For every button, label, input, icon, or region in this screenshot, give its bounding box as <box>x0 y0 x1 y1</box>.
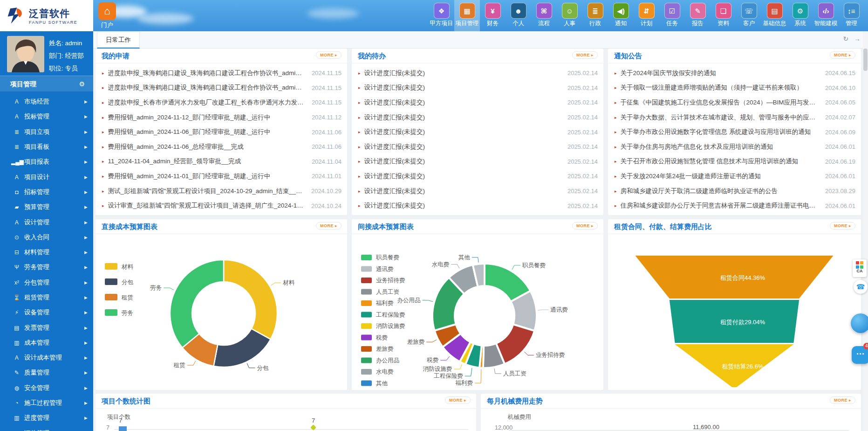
more-button[interactable]: MORE ▸ <box>572 51 598 59</box>
arrow-out-icon[interactable]: → <box>854 35 861 42</box>
nav-item-5[interactable]: ⌘流程 <box>531 0 557 31</box>
legend-swatch[interactable] <box>361 323 372 329</box>
list-item[interactable]: ▸关于发放2024年第24批一级建造师注册证书的通知2024.06.01 <box>615 169 855 184</box>
list-item[interactable]: ▸关于举办大数据、云计算技术在城市建设、规划、管理与服务中的应用培训班...20… <box>615 110 855 125</box>
legend-label[interactable]: 税费 <box>376 334 388 341</box>
legend-label[interactable]: 差旅费 <box>376 346 394 352</box>
more-button[interactable]: MORE ▸ <box>830 222 855 229</box>
sidebar-item-23[interactable]: ▯证件管理▶ <box>0 426 93 431</box>
sidebar-item-16[interactable]: ▤发票管理▶ <box>0 320 93 335</box>
more-button[interactable]: MORE ▸ <box>316 51 342 59</box>
legend-label[interactable]: 其他 <box>376 380 388 387</box>
more-button[interactable]: MORE ▸ <box>830 396 855 404</box>
sidebar-item-2[interactable]: A投标管理▶ <box>0 109 93 124</box>
sidebar-item-3[interactable]: ≣项目立项▶ <box>0 125 93 139</box>
list-item[interactable]: ▸于征集《中国建筑施工行业信息化发展报告（2024）—BIM应用与发展》材料..… <box>615 95 855 110</box>
list-item[interactable]: ▸设计进度汇报(未提交)2025.02.14 <box>358 198 598 213</box>
sidebar-item-4[interactable]: ≣项目看板▶ <box>0 139 93 154</box>
sidebar-item-12[interactable]: Ψ劳务管理▶ <box>0 260 93 275</box>
sidebar-item-19[interactable]: ✎质量管理▶ <box>0 365 93 380</box>
list-item[interactable]: ▸设计进度汇报(未提交)2025.02.14 <box>358 154 598 169</box>
legend-label[interactable]: 人员工资 <box>376 289 400 295</box>
scrollbar-thumb[interactable] <box>863 49 868 71</box>
list-item[interactable]: ▸房和城乡建设厅关于取消二级建造师临时执业证书的公告2023.08.29 <box>615 184 855 199</box>
sidebar-item-8[interactable]: ▰预算管理▶ <box>0 200 93 215</box>
refresh-icon[interactable]: ↻ <box>843 35 848 42</box>
legend-label[interactable]: 材料 <box>121 264 134 270</box>
legend-label[interactable]: 通讯费 <box>376 266 394 272</box>
list-item[interactable]: ▸设计进度汇报(未提交)2025.02.14 <box>358 125 598 139</box>
sidebar-item-5[interactable]: ▂▄▆项目报表▶ <box>0 154 93 169</box>
sidebar-item-18[interactable]: A设计成本管理▶ <box>0 350 93 365</box>
legend-label[interactable]: 福利费 <box>376 300 394 306</box>
sidebar-item-11[interactable]: ⊟材料管理▶ <box>0 245 93 260</box>
nav-item-17[interactable]: ↕≡管理 <box>839 0 864 31</box>
legend-swatch[interactable] <box>361 300 372 306</box>
floating-ca-widget[interactable]: CA <box>853 259 867 277</box>
legend-swatch[interactable] <box>105 309 117 316</box>
legend-label[interactable]: 水电费 <box>376 368 394 375</box>
sidebar-item-10[interactable]: ⊙收入合同▶ <box>0 230 93 245</box>
sidebar-item-15[interactable]: ⚡设备管理▶ <box>0 305 93 320</box>
nav-item-12[interactable]: ❏资料 <box>711 0 736 31</box>
nav-item-6[interactable]: ☺人事 <box>557 0 582 31</box>
list-item[interactable]: ▸设计进度汇报(未提交)2025.02.14 <box>358 110 598 125</box>
list-item[interactable]: ▸测试_彭祖新城"四馆"景观工程设计项目_2024-10-29_admin_结束… <box>102 184 342 199</box>
list-item[interactable]: ▸设计进度汇报(未提交)2025.02.14 <box>358 81 598 96</box>
more-button[interactable]: MORE ▸ <box>572 222 598 229</box>
nav-item-7[interactable]: ≣行政 <box>582 0 608 31</box>
list-item[interactable]: ▸关于领取一级注册建造师增项贴的通知（须持一建证书前来领取）2024.06.10 <box>615 81 855 96</box>
sidebar-item-21[interactable]: ◔施工过程管理▶ <box>0 396 93 410</box>
legend-swatch[interactable] <box>361 266 372 272</box>
legend-swatch[interactable] <box>361 381 372 386</box>
list-item[interactable]: ▸设计进度汇报(未提交)2025.02.14 <box>358 169 598 184</box>
legend-label[interactable]: 办公用品 <box>376 357 399 364</box>
list-item[interactable]: ▸费用报销_admin_2024-11-01_部门经理审批_胡建,_运行中202… <box>102 169 342 184</box>
list-item[interactable]: ▸关于举办市政公用设施数字化管理信息 系统建设与应用培训班的通知2024.06.… <box>615 125 855 139</box>
list-item[interactable]: ▸关于召开市政公用设施智慧化管理 信息技术与应用培训班的通知2024.06.19 <box>615 154 855 169</box>
chat-service-button[interactable]: ··· 45 <box>852 346 868 364</box>
nav-item-14[interactable]: ▤基础信息 <box>762 0 787 31</box>
legend-label[interactable]: 业务招待费 <box>376 277 405 284</box>
list-item[interactable]: ▸设计进度汇报(未提交)2025.02.14 <box>358 66 598 81</box>
legend-swatch[interactable] <box>361 289 372 295</box>
list-item[interactable]: ▸进度款申报_珠海鹤港口建设_珠海鹤港口建设工程合作协议书_admin_...2… <box>102 81 342 96</box>
phone-service-button[interactable]: ☎ <box>854 280 868 294</box>
nav-item-portal[interactable]: ⌂ 门户 <box>95 2 119 29</box>
legend-swatch[interactable] <box>361 335 372 341</box>
legend-swatch[interactable] <box>361 346 372 352</box>
legend-label[interactable]: 劳务 <box>122 310 133 316</box>
list-item[interactable]: ▸费用报销_admin_2024-11-06_部门经理审批_胡建,_运行中202… <box>102 125 342 139</box>
more-button[interactable]: MORE ▸ <box>830 51 855 59</box>
list-item[interactable]: ▸设计进度汇报(未提交)2025.02.14 <box>358 184 598 199</box>
nav-item-11[interactable]: ✎报告 <box>685 0 711 31</box>
sidebar-item-20[interactable]: ◍安全管理▶ <box>0 381 93 396</box>
nav-item-13[interactable]: ☏客户 <box>736 0 762 31</box>
legend-label[interactable]: 分包 <box>122 279 134 285</box>
gear-icon[interactable]: ⚙ <box>79 76 85 92</box>
sidebar-item-7[interactable]: ◘招标管理▶ <box>0 185 93 200</box>
list-item[interactable]: ▸费用报销_admin_2024-11-06_总经理审批__完成2024.11.… <box>102 139 342 154</box>
list-item[interactable]: ▸关于举办住房与房地产信息化 技术及应用培训班的通知2024.06.01 <box>615 139 855 154</box>
list-item[interactable]: ▸进度款申报_长春市伊通河水力发电厂改建工程_长春市伊通河水力发电...2024… <box>102 95 342 110</box>
list-item[interactable]: ▸关于2024年国庆节放假安排的通知2024.06.15 <box>615 66 855 81</box>
legend-swatch[interactable] <box>361 369 372 375</box>
sidebar-item-22[interactable]: ▥进度管理▶ <box>0 410 93 425</box>
legend-swatch[interactable] <box>105 278 117 285</box>
list-item[interactable]: ▸设计进度汇报(未提交)2025.02.14 <box>358 95 598 110</box>
legend-swatch[interactable] <box>105 263 117 270</box>
sidebar-item-14[interactable]: ⌛租赁管理▶ <box>0 290 93 305</box>
more-button[interactable]: MORE ▸ <box>316 222 342 229</box>
list-item[interactable]: ▸11_2024-11-04_admin_经营部_领导审批__完成2024.11… <box>102 154 342 169</box>
legend-label[interactable]: 租赁 <box>121 294 133 301</box>
sidebar-item-13[interactable]: x²分包管理▶ <box>0 275 93 290</box>
nav-item-1[interactable]: ❖甲方项目 <box>429 0 454 31</box>
legend-swatch[interactable] <box>361 312 372 318</box>
more-button[interactable]: MORE ▸ <box>445 396 471 404</box>
nav-item-16[interactable]: ‹/›智能建模 <box>813 0 839 31</box>
sidebar-item-1[interactable]: A市场经营▶ <box>0 94 93 109</box>
list-item[interactable]: ▸住房和城乡建设部办公厅关于同意吉林省开展二级建造师注册证书电子证书试点...2… <box>615 198 855 213</box>
tab-daily-work[interactable]: 日常工作 <box>97 32 140 49</box>
nav-item-15[interactable]: ⚙系统 <box>787 0 813 31</box>
legend-label[interactable]: 职员餐费 <box>376 254 399 261</box>
